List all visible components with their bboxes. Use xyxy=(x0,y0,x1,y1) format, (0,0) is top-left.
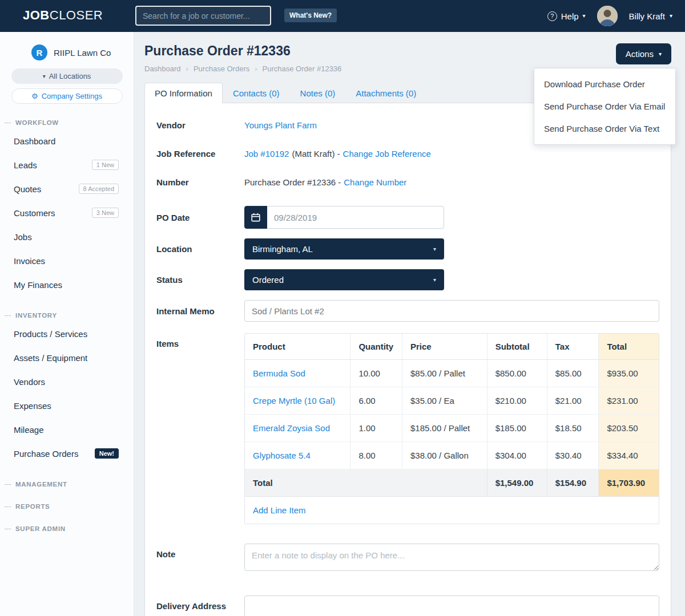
po-number-value: Purchase Order #12336 - xyxy=(244,177,341,187)
menu-item-download-po[interactable]: Download Purchase Order xyxy=(534,73,675,95)
help-label: Help xyxy=(561,11,579,21)
actions-button[interactable]: Actions ▾ xyxy=(616,43,671,64)
help-icon: ? xyxy=(547,11,557,21)
subtotal-cell: $304.00 xyxy=(487,442,547,469)
avatar[interactable] xyxy=(597,6,618,26)
company-name: RIIPL Lawn Co xyxy=(54,48,111,58)
sidebar-item-assets-equipment[interactable]: Assets / Equipment xyxy=(0,346,134,370)
sidebar-item-quotes[interactable]: Quotes 8 Accepted xyxy=(0,177,134,201)
internal-memo-label: Internal Memo xyxy=(156,306,244,316)
po-date-input[interactable] xyxy=(267,206,444,229)
sidebar-item-invoices[interactable]: Invoices xyxy=(0,249,134,273)
sidebar-item-purchase-orders[interactable]: Purchase Orders New! xyxy=(0,441,134,465)
section-header-super-admin[interactable]: SUPER ADMIN xyxy=(5,525,126,532)
sidebar-item-products-services[interactable]: Products / Services xyxy=(0,322,134,346)
section-label: MANAGEMENT xyxy=(15,481,67,488)
job-link[interactable]: Job #10192 xyxy=(244,149,289,159)
calendar-icon xyxy=(251,213,260,222)
tab-notes[interactable]: Notes (0) xyxy=(290,83,346,103)
menu-item-send-po-text[interactable]: Send Purchase Order Via Text xyxy=(534,117,675,140)
location-select[interactable]: Birmingham, AL ▾ xyxy=(244,238,444,260)
po-information-panel: Vendor Youngs Plant Farm Job Reference J… xyxy=(144,103,671,616)
quantity-cell: 1.00 xyxy=(350,415,402,442)
total-cell: $935.00 xyxy=(599,360,659,387)
sidebar-item-vendors[interactable]: Vendors xyxy=(0,370,134,394)
chevron-down-icon: ▾ xyxy=(43,74,46,79)
sidebar-item-expenses[interactable]: Expenses xyxy=(0,394,134,418)
price-cell: $38.00 / Gallon xyxy=(402,442,487,469)
calendar-button[interactable] xyxy=(244,206,267,229)
all-locations-select[interactable]: ▾ All Locations xyxy=(11,68,123,84)
breadcrumb-purchase-orders[interactable]: Purchase Orders xyxy=(194,64,249,73)
internal-memo-input[interactable] xyxy=(244,300,659,322)
sidebar-item-customers[interactable]: Customers 3 New xyxy=(0,201,134,225)
logo-text-light: CLOSER xyxy=(50,8,103,22)
sidebar-item-label: My Finances xyxy=(14,280,62,290)
app-logo[interactable]: JOBCLOSER xyxy=(23,8,103,23)
sidebar-item-label: Quotes xyxy=(14,184,41,194)
note-textarea[interactable] xyxy=(244,544,659,571)
delivery-address-line1-input[interactable] xyxy=(244,595,659,616)
sidebar-item-jobs[interactable]: Jobs xyxy=(0,225,134,249)
sidebar-item-mileage[interactable]: Mileage xyxy=(0,418,134,441)
add-line-item-link[interactable]: Add Line Item xyxy=(253,505,306,515)
location-value: Birmingham, AL xyxy=(252,244,313,254)
status-row: Status Ordered ▾ xyxy=(156,269,659,290)
breadcrumb-dashboard[interactable]: Dashboard xyxy=(144,64,181,73)
sidebar-item-label: Mileage xyxy=(14,425,44,435)
tax-cell: $85.00 xyxy=(547,360,599,387)
product-link[interactable]: Bermuda Sod xyxy=(253,368,305,378)
product-link[interactable]: Crepe Myrtle (10 Gal) xyxy=(253,396,335,406)
company-switcher[interactable]: R RIIPL Lawn Co xyxy=(0,32,134,64)
section-dash-icon xyxy=(5,484,11,485)
total-label-cell: Total xyxy=(245,469,487,497)
app-root: JOBCLOSER What's New? ? Help ▾ Billy Kra… xyxy=(0,0,685,616)
chevron-down-icon: ▾ xyxy=(433,246,436,252)
customers-badge: 3 New xyxy=(92,208,119,218)
sidebar-item-dashboard[interactable]: Dashboard xyxy=(0,129,134,153)
job-reference-owner: (Matt Kraft) - xyxy=(292,149,340,159)
content: Purchase Order #12336 Dashboard › Purcha… xyxy=(134,32,685,616)
tab-po-information[interactable]: PO Information xyxy=(144,83,223,103)
topbar-right: ? Help ▾ Billy Kraft ▾ xyxy=(547,0,672,32)
vendor-link[interactable]: Youngs Plant Farm xyxy=(244,120,317,130)
company-settings-label: Company Settings xyxy=(42,92,102,100)
po-date-row: PO Date xyxy=(156,206,659,229)
col-price: Price xyxy=(402,334,487,360)
user-menu[interactable]: Billy Kraft ▾ xyxy=(629,11,672,21)
sidebar-item-leads[interactable]: Leads 1 New xyxy=(0,153,134,177)
quantity-cell: 10.00 xyxy=(350,360,402,387)
menu-item-send-po-email[interactable]: Send Purchase Order Via Email xyxy=(534,95,675,117)
whats-new-button[interactable]: What's New? xyxy=(284,9,337,22)
price-cell: $185.00 / Pallet xyxy=(402,415,487,442)
subtotal-cell: $850.00 xyxy=(487,360,547,387)
company-settings-button[interactable]: ⚙ Company Settings xyxy=(11,88,123,104)
change-number-link[interactable]: Change Number xyxy=(344,177,406,187)
total-tax-cell: $154.90 xyxy=(547,469,599,497)
logo-text-bold: JOB xyxy=(23,8,50,22)
search-input[interactable] xyxy=(135,6,271,26)
section-header-management[interactable]: MANAGEMENT xyxy=(5,481,126,488)
help-menu[interactable]: ? Help ▾ xyxy=(547,11,586,21)
section-header-reports[interactable]: REPORTS xyxy=(5,503,126,510)
subtotal-cell: $185.00 xyxy=(487,415,547,442)
sidebar-item-my-finances[interactable]: My Finances xyxy=(0,273,134,297)
tax-cell: $18.50 xyxy=(547,415,599,442)
tab-attachments[interactable]: Attachments (0) xyxy=(345,83,426,103)
col-tax: Tax xyxy=(547,334,599,360)
number-label: Number xyxy=(156,177,244,187)
change-job-reference-link[interactable]: Change Job Reference xyxy=(343,149,431,159)
product-link[interactable]: Glyphosate 5.4 xyxy=(253,451,311,460)
product-link[interactable]: Emerald Zoysia Sod xyxy=(253,423,330,433)
items-label: Items xyxy=(156,333,244,348)
sidebar: R RIIPL Lawn Co ▾ All Locations ⚙ Compan… xyxy=(0,32,134,616)
purchase-orders-new-badge: New! xyxy=(95,448,119,459)
page-title: Purchase Order #12336 xyxy=(144,43,671,59)
delivery-address-label: Delivery Address xyxy=(156,595,244,611)
status-label: Status xyxy=(156,275,244,285)
status-select[interactable]: Ordered ▾ xyxy=(244,269,444,290)
tab-contacts[interactable]: Contacts (0) xyxy=(223,83,290,103)
section-header-workflow: WORKFLOW xyxy=(5,119,126,126)
total-cell: $334.40 xyxy=(599,442,659,469)
breadcrumb-separator: › xyxy=(186,64,188,73)
